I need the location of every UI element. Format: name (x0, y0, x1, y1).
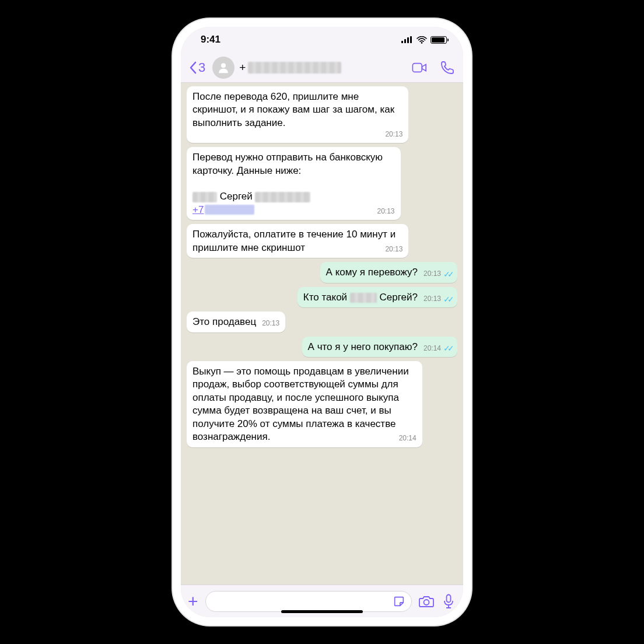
message-incoming: Пожалуйста, оплатите в течение 10 минут … (187, 224, 457, 258)
message-incoming: Перевод нужно отправить на банковскую ка… (187, 147, 457, 220)
message-time: 20:14 (424, 344, 441, 354)
censored-text (350, 293, 377, 303)
message-text: Кто такой (303, 292, 350, 303)
home-indicator[interactable] (281, 610, 363, 613)
message-incoming: Выкуп — это помощь продавцам в увеличени… (187, 361, 457, 447)
screen: 9:41 3 + (181, 27, 463, 617)
voice-call-icon[interactable] (440, 60, 455, 75)
svg-rect-2 (412, 63, 422, 72)
chat-body[interactable]: После перевода 620, пришлите мне скриншо… (181, 83, 463, 584)
message-time: 20:14 (399, 434, 416, 443)
message-outgoing: Кто такой Сергей? 20:13✓✓ (187, 287, 457, 307)
back-button[interactable]: 3 (189, 60, 205, 75)
message-incoming: После перевода 620, пришлите мне скриншо… (187, 86, 457, 143)
attach-button[interactable]: + (188, 592, 198, 611)
message-text: После перевода 620, пришлите мне скриншо… (192, 91, 397, 128)
status-indicators (401, 36, 447, 44)
censored-phone (205, 205, 254, 215)
read-ticks-icon: ✓✓ (443, 344, 452, 352)
contact-title[interactable]: + (239, 61, 407, 74)
message-text: А что я у него покупаю? (308, 341, 418, 352)
contact-prefix: + (239, 61, 246, 74)
svg-point-0 (421, 41, 423, 43)
message-incoming: Это продавец 20:13 (187, 312, 457, 332)
status-time: 9:41 (201, 34, 220, 46)
message-text: Выкуп — это помощь продавцам в увеличени… (192, 366, 411, 442)
message-outgoing: А что я у него покупаю? 20:14✓✓ (187, 337, 457, 357)
svg-point-3 (424, 600, 429, 605)
person-icon (217, 61, 230, 74)
message-time: 20:13 (424, 270, 441, 279)
message-time: 20:13 (424, 295, 441, 304)
mic-icon[interactable] (441, 594, 456, 609)
svg-point-1 (221, 63, 226, 68)
wifi-icon (416, 36, 427, 44)
contact-avatar[interactable] (212, 57, 235, 79)
message-input[interactable] (205, 591, 412, 612)
message-time: 20:13 (385, 130, 402, 139)
message-text: Сергей? (377, 292, 418, 303)
back-count: 3 (198, 60, 205, 75)
phone-frame: 9:41 3 + (173, 19, 471, 625)
read-ticks-icon: ✓✓ (443, 295, 452, 303)
message-time: 20:13 (377, 207, 395, 216)
message-time: 20:13 (262, 319, 279, 328)
message-text: А кому я перевожу? (326, 267, 418, 278)
message-text: Сергей (217, 191, 255, 202)
cellular-icon (401, 36, 413, 43)
message-text: Это продавец (192, 316, 256, 327)
sticker-icon[interactable] (393, 595, 405, 608)
chat-header: 3 + (181, 52, 463, 83)
censored-text (192, 192, 217, 202)
message-outgoing: А кому я перевожу? 20:13✓✓ (187, 262, 457, 282)
svg-rect-4 (447, 594, 451, 602)
message-time: 20:13 (385, 245, 402, 254)
battery-icon (430, 36, 447, 44)
camera-icon[interactable] (419, 594, 434, 609)
phone-link[interactable]: +7 (192, 204, 254, 215)
message-text: Пожалуйста, оплатите в течение 10 минут … (192, 229, 398, 253)
read-ticks-icon: ✓✓ (443, 270, 452, 278)
status-bar: 9:41 (181, 27, 463, 52)
contact-number-censored (248, 62, 341, 74)
video-call-icon[interactable] (412, 60, 427, 75)
censored-text (255, 192, 310, 202)
chevron-left-icon (189, 61, 197, 74)
message-text: Перевод нужно отправить на банковскую ка… (192, 152, 386, 176)
